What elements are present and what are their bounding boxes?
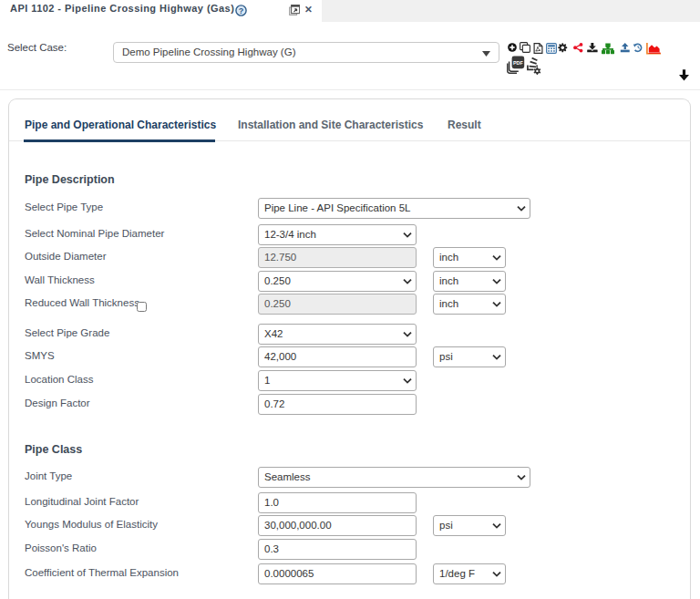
- svg-text:?: ?: [239, 6, 244, 15]
- svg-text:PDF: PDF: [513, 60, 523, 66]
